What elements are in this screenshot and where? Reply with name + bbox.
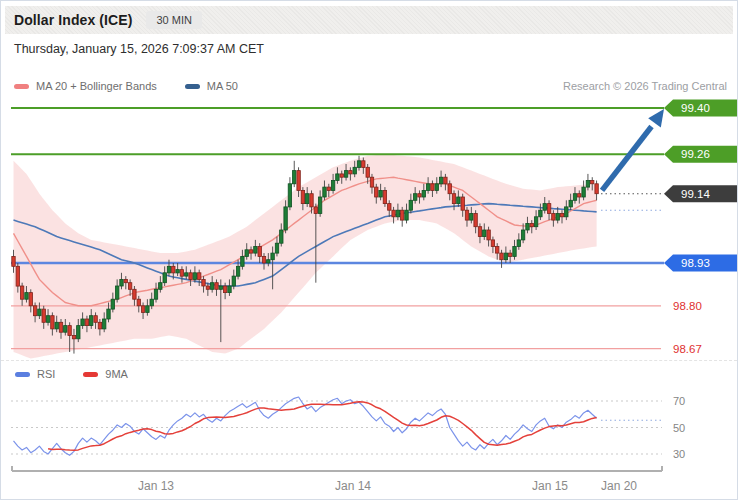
candle-body [267,260,270,263]
candle-body [46,316,49,323]
candle-body [29,293,32,306]
candle-body [297,171,300,191]
candle-body [370,177,373,187]
legend-item-rsi: RSI [15,368,55,380]
candle-body [249,250,252,253]
x-tick-label: Jan 20 [601,479,637,493]
price-tag-99.40: 99.40 [664,100,738,117]
candle-body [483,230,486,237]
title-bar: Dollar Index (ICE) 30 MIN [5,6,733,34]
price-tag-98.93: 98.93 [664,255,738,272]
candle-body [12,256,15,266]
candle-body [90,316,93,326]
candle-body [357,161,360,168]
rsi-ma-swatch-icon [83,372,98,377]
candle-body [154,289,157,299]
price-tag-text: 99.14 [681,188,710,200]
candle-body [314,207,317,214]
candle-body [293,171,296,184]
candle-body [362,161,365,168]
x-tick-label: Jan 15 [532,479,568,493]
instrument-title: Dollar Index (ICE) [14,12,132,28]
candle-body [150,299,153,306]
candle-body [107,309,110,319]
legend-item-9ma: 9MA [83,368,128,380]
candle-body [215,283,218,290]
candle-body [236,266,239,276]
candle-body [500,253,503,260]
candle-body [258,247,261,257]
candle-body [547,204,550,214]
candle-body [51,316,54,329]
candle-body [137,299,140,306]
candle-body [98,322,101,329]
candle-body [219,286,222,289]
candle-body [556,214,559,221]
candle-body [344,171,347,178]
candle-body [504,253,507,260]
candle-body [124,279,127,282]
candle-body [193,273,196,280]
candle-body [16,266,19,286]
candle-body [573,194,576,201]
candle-body [340,174,343,177]
candle-body [72,336,75,339]
candle-body [245,250,248,257]
ma20-swatch-icon [14,84,29,89]
candle-body [435,184,438,191]
candle-body [457,197,460,204]
candle-body [461,197,464,210]
candle-body [59,322,62,332]
candle-body [353,167,356,174]
candle-body [331,181,334,191]
candle-body [552,214,555,221]
candle-body [474,214,477,227]
price-tag-99.26: 99.26 [664,146,738,163]
candle-body [198,273,201,280]
candle-body [68,326,71,336]
candle-body [42,309,45,322]
price-level-label-98.67: 98.67 [673,343,702,355]
candle-body [414,194,417,201]
candle-body [578,194,581,197]
x-tick-label: Jan 14 [335,479,371,493]
price-tag-text: 99.40 [681,102,710,114]
candle-body [280,230,283,243]
candle-body [539,210,542,217]
candle-body [185,273,188,276]
candle-body [392,210,395,217]
candle-body [288,184,291,207]
candle-body [569,200,572,207]
candle [582,181,585,201]
candle-body [189,273,192,280]
candle-body [77,326,80,339]
candle-body [418,194,421,197]
candle-body [128,283,131,290]
rsi-legend-label: RSI [37,368,55,380]
ma50-swatch-icon [185,84,200,89]
candle-body [223,286,226,293]
candle-body [271,253,274,260]
price-tag-text: 99.26 [681,148,710,160]
candle-body [534,217,537,227]
candle-body [120,279,123,286]
candle-body [55,322,58,329]
candle-body [275,243,278,253]
timestamp: Thursday, January 15, 2026 7:09:37 AM CE… [14,42,264,56]
candle-body [284,207,287,230]
candle-body [543,204,546,211]
candle-body [103,319,106,329]
candle-body [595,184,598,194]
candle-body [448,184,451,194]
candle-body [116,286,119,299]
rsi-grid-label-50: 50 [673,422,685,434]
rsi-legend: RSI 9MA [15,368,156,380]
candle-body [241,256,244,266]
candle-body [159,283,162,290]
candle-body [336,174,339,181]
timeframe-badge: 30 MIN [146,11,201,29]
candle-body [478,227,481,237]
candle-body [228,286,231,293]
candle-body [163,273,166,283]
candle-body [517,240,520,247]
